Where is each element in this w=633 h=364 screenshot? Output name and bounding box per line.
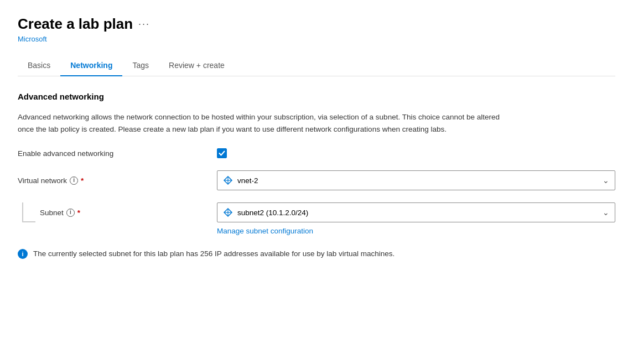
vnet-required: * xyxy=(81,176,84,185)
subnet-icon xyxy=(223,207,233,217)
checkbox-checked[interactable] xyxy=(217,148,227,158)
subnet-dropdown[interactable]: subnet2 (10.1.2.0/24) ⌄ xyxy=(217,202,615,222)
header: Create a lab plan ··· Microsoft xyxy=(18,15,615,43)
info-banner-icon: i xyxy=(18,249,28,259)
vnet-dropdown-arrow: ⌄ xyxy=(603,176,609,185)
subnet-required: * xyxy=(77,209,80,217)
page: Create a lab plan ··· Microsoft Basics N… xyxy=(0,0,633,364)
page-title: Create a lab plan xyxy=(18,15,133,33)
section-title: Advanced networking xyxy=(18,92,615,101)
indent-line xyxy=(22,202,35,222)
vnet-dropdown-value: vnet-2 xyxy=(237,176,258,185)
subnet-info-icon[interactable]: i xyxy=(66,209,75,217)
tab-bar: Basics Networking Tags Review + create xyxy=(18,55,615,76)
subnet-indent: Subnet i * xyxy=(18,202,217,222)
subnet-row: Subnet i * subnet2 (10.1.2.0/24) xyxy=(18,202,615,222)
manage-subnet-wrapper: Manage subnet configuration xyxy=(18,225,615,235)
ellipsis-menu[interactable]: ··· xyxy=(138,18,150,30)
enable-networking-row: Enable advanced networking xyxy=(18,148,615,158)
info-banner-text: The currently selected subnet for this l… xyxy=(33,248,395,259)
subnet-dropdown-left: subnet2 (10.1.2.0/24) xyxy=(223,207,308,217)
page-title-row: Create a lab plan ··· xyxy=(18,15,615,33)
tab-tags[interactable]: Tags xyxy=(122,55,159,76)
info-banner: i The currently selected subnet for this… xyxy=(18,248,516,259)
virtual-network-dropdown[interactable]: vnet-2 ⌄ xyxy=(217,170,615,190)
subnet-label: Subnet i * xyxy=(40,209,80,217)
tab-networking[interactable]: Networking xyxy=(60,55,122,76)
vnet-icon xyxy=(223,175,233,185)
subnet-dropdown-value: subnet2 (10.1.2.0/24) xyxy=(237,209,308,217)
subnet-dropdown-arrow: ⌄ xyxy=(603,208,609,217)
enable-networking-label: Enable advanced networking xyxy=(18,149,217,158)
checkmark-icon xyxy=(219,150,225,157)
header-subtitle: Microsoft xyxy=(18,35,615,43)
tab-basics[interactable]: Basics xyxy=(18,55,60,76)
virtual-network-label: Virtual network i * xyxy=(18,176,217,185)
enable-networking-checkbox[interactable] xyxy=(217,148,227,158)
virtual-network-row: Virtual network i * vnet-2 ⌄ xyxy=(18,170,615,190)
manage-subnet-link[interactable]: Manage subnet configuration xyxy=(217,227,313,235)
content-area: Advanced networking Advanced networking … xyxy=(18,92,615,259)
section-description: Advanced networking allows the network c… xyxy=(18,111,516,135)
dropdown-left: vnet-2 xyxy=(223,175,258,185)
tab-review-create[interactable]: Review + create xyxy=(159,55,235,76)
vnet-info-icon[interactable]: i xyxy=(70,176,78,185)
